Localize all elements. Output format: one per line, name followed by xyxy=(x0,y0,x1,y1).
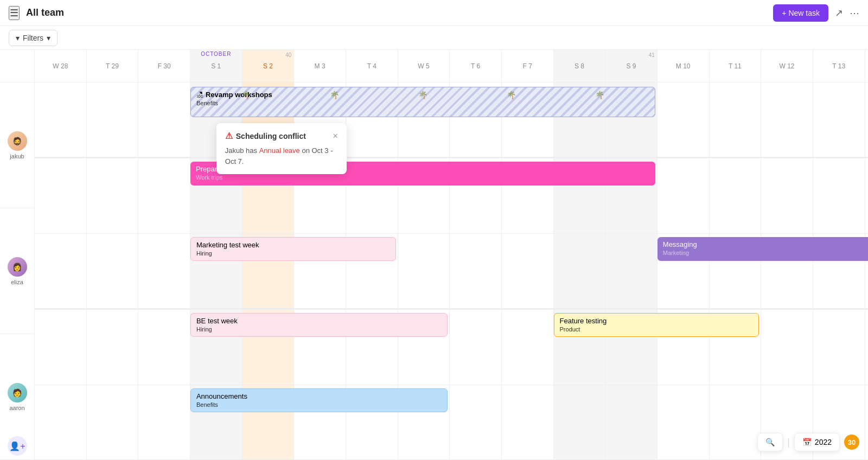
share-icon[interactable]: ↗ xyxy=(835,7,843,19)
grid-rows: 🏖 Revamp workshops Benefits 🌴 🌴 🌴 🌴 🌴 xyxy=(35,82,868,460)
avatar-aaron: 🧑 xyxy=(8,383,27,403)
date-cell-w5: W 5 xyxy=(398,50,450,82)
task-messaging[interactable]: Messaging Marketing xyxy=(658,237,868,261)
grid-row-eliza-1: Preparations for company meetup Work tri… xyxy=(35,158,868,233)
gc-2 xyxy=(87,82,139,157)
chevron-down-icon: ▾ xyxy=(47,34,50,42)
toolbar: ▾ Filters ▾ xyxy=(0,26,868,50)
date-cell-t13: T 13 xyxy=(813,50,865,82)
filter-label: Filters xyxy=(23,34,43,42)
filter-icon: ▾ xyxy=(16,34,20,42)
divider: | xyxy=(787,437,790,448)
timeline-inner: W 28 T 29 F 30 OCTOBER S 1 40 S 2 M 3 xyxy=(35,50,868,460)
date-cell-f14: F 14 xyxy=(865,50,869,82)
calendar-year-button[interactable]: 📅 2022 xyxy=(794,433,840,451)
gc-14 xyxy=(710,82,762,157)
filter-button[interactable]: ▾ Filters ▾ xyxy=(9,30,58,46)
calendar-container: 🧔 jakub 👩 eliza 🧑 aaron 👤+ W 28 T 29 F 3… xyxy=(0,50,868,460)
task-feature-testing[interactable]: Feature testing Product xyxy=(554,313,760,337)
date-cell-s9: 41 S 9 xyxy=(605,50,658,82)
zoom-icon: 🔍 xyxy=(765,438,775,446)
task-be-test-sub: Hiring xyxy=(196,326,442,333)
conflict-body: Jakub has Annual leave on Oct 3 - Oct 7. xyxy=(225,145,338,167)
date-cell-t11: T 11 xyxy=(710,50,762,82)
task-messaging-title: Messaging xyxy=(663,240,868,248)
avatar-jakub: 🧔 xyxy=(8,131,27,151)
task-be-test[interactable]: BE test week Hiring xyxy=(190,313,448,337)
gc-15 xyxy=(761,82,813,157)
conflict-header: ⚠ Scheduling conflict × xyxy=(225,131,338,141)
new-task-button[interactable]: + New task xyxy=(773,4,828,22)
avatar-name-jakub: jakub xyxy=(10,153,24,159)
date-cell-t29: T 29 xyxy=(87,50,139,82)
conflict-link: Annual leave xyxy=(259,146,300,155)
gc-3 xyxy=(138,82,190,157)
grid-row-eliza-2: Marketing test week Hiring Messaging Mar… xyxy=(35,234,868,309)
date-cell-m3: M 3 xyxy=(294,50,346,82)
header: ☰ All team + New task ↗ ⋯ xyxy=(0,0,868,26)
date-cell-f30: F 30 xyxy=(138,50,190,82)
page-title: All team xyxy=(26,7,64,18)
date-cell-w12: W 12 xyxy=(761,50,813,82)
date-header: W 28 T 29 F 30 OCTOBER S 1 40 S 2 M 3 xyxy=(35,50,868,82)
more-icon[interactable]: ⋯ xyxy=(850,7,859,19)
task-be-test-title: BE test week xyxy=(196,317,442,325)
avatar-row-eliza: 👩 eliza xyxy=(0,208,34,334)
date-cell-f7: F 7 xyxy=(502,50,554,82)
conflict-title: ⚠ Scheduling conflict xyxy=(225,131,306,141)
task-marketing-test[interactable]: Marketing test week Hiring xyxy=(190,237,396,261)
avatar-name-aaron: aaron xyxy=(9,405,24,411)
date-cell-s1: OCTOBER S 1 xyxy=(190,50,242,82)
date-cell-w28: W 28 xyxy=(35,50,87,82)
header-left: ☰ All team xyxy=(9,6,64,20)
gc-13 xyxy=(658,82,710,157)
add-person-icon: 👤+ xyxy=(9,441,25,451)
header-right: + New task ↗ ⋯ xyxy=(773,4,859,22)
grid-row-aaron-1: ✦ BE test week Hiring Feature testing Pr… xyxy=(35,310,868,385)
calendar-icon: 📅 xyxy=(802,438,812,446)
conflict-close-button[interactable]: × xyxy=(333,131,337,141)
task-marketing-sub: Hiring xyxy=(196,250,390,257)
date-cell-m10: M 10 xyxy=(658,50,710,82)
grid-row-aaron-2: Announcements Benefits xyxy=(35,385,868,460)
notification-badge[interactable]: 30 xyxy=(844,435,859,450)
task-revamp-workshops[interactable]: 🏖 Revamp workshops Benefits 🌴 🌴 🌴 🌴 🌴 xyxy=(190,87,655,117)
date-cell-s8: S 8 xyxy=(554,50,606,82)
task-revamp-sub: Benefits xyxy=(196,100,649,106)
year-label: 2022 xyxy=(815,438,832,446)
task-marketing-title: Marketing test week xyxy=(196,241,390,249)
task-feature-title: Feature testing xyxy=(560,317,754,325)
zoom-button[interactable]: 🔍 xyxy=(757,433,783,451)
task-prep-sub: Work trips xyxy=(196,174,650,181)
add-person-button[interactable]: 👤+ xyxy=(8,436,27,456)
conflict-popup: ⚠ Scheduling conflict × Jakub has Annual… xyxy=(216,123,347,174)
task-messaging-sub: Marketing xyxy=(663,250,868,256)
task-announcements-title: Announcements xyxy=(196,392,442,400)
task-feature-sub: Product xyxy=(560,326,754,333)
avatar-column: 🧔 jakub 👩 eliza 🧑 aaron 👤+ xyxy=(0,50,35,460)
date-cell-t6: T 6 xyxy=(450,50,502,82)
date-cell-s2-today: 40 S 2 xyxy=(242,50,295,82)
avatar-eliza: 👩 xyxy=(8,257,27,277)
grid-row-jakub-1: 🏖 Revamp workshops Benefits 🌴 🌴 🌴 🌴 🌴 xyxy=(35,82,868,157)
gc-1 xyxy=(35,82,87,157)
gc-17 xyxy=(865,82,869,157)
timeline[interactable]: W 28 T 29 F 30 OCTOBER S 1 40 S 2 M 3 xyxy=(35,50,868,460)
bottom-bar: 🔍 | 📅 2022 30 xyxy=(757,433,859,451)
avatar-row-jakub: 🧔 jakub xyxy=(0,82,34,208)
task-announcements-sub: Benefits xyxy=(196,401,442,408)
date-cell-t4: T 4 xyxy=(346,50,398,82)
gc-16 xyxy=(813,82,865,157)
menu-icon[interactable]: ☰ xyxy=(9,6,20,20)
avatar-name-eliza: eliza xyxy=(11,279,23,285)
task-announcements[interactable]: Announcements Benefits xyxy=(190,388,448,412)
